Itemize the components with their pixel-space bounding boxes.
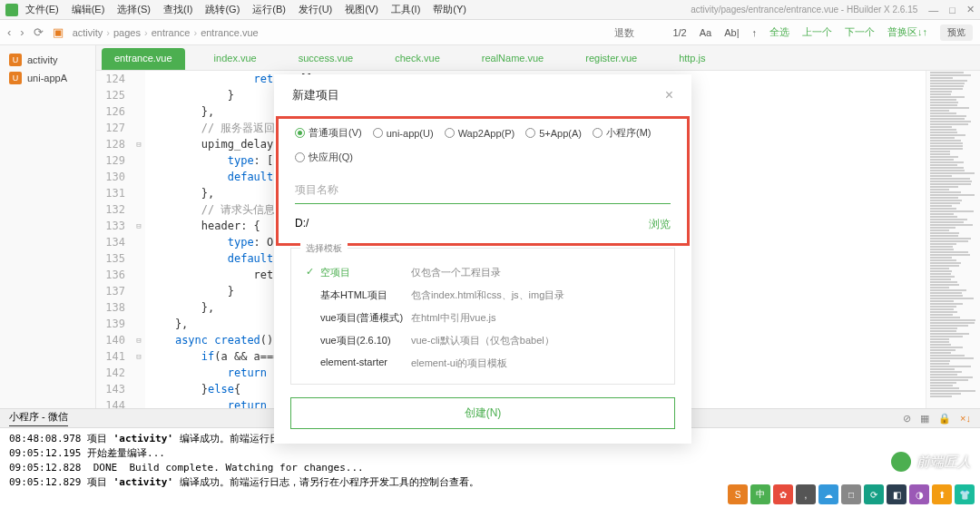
word-toggle[interactable]: Ab| <box>724 27 739 38</box>
sidebar-item-activity[interactable]: Uactivity <box>0 51 95 69</box>
fold-gutter[interactable]: ⊟⊟⊟⊟⊟ <box>132 71 145 408</box>
toolbar: ‹ › ⟳ ▣ activity › pages › entrance › en… <box>0 20 980 45</box>
radio-uniapp[interactable]: uni-app(U) <box>373 126 434 140</box>
replace-area[interactable]: 普换区↓↑ <box>887 25 927 39</box>
status-icon[interactable]: ☁ <box>818 484 838 504</box>
tab-realname[interactable]: realName.vue <box>469 48 556 70</box>
status-icon[interactable]: □ <box>841 484 861 504</box>
watermark: 前端匠人 <box>891 452 971 472</box>
tab-bar: entrance.vue index.vue success.vue check… <box>96 45 980 71</box>
status-icon[interactable]: 中 <box>750 484 770 504</box>
project-name-input[interactable]: 项目名称 <box>295 177 671 204</box>
minimap[interactable] <box>926 71 980 408</box>
prev[interactable]: 上一个 <box>802 25 832 39</box>
next[interactable]: 下一个 <box>845 25 875 39</box>
tab-entrance[interactable]: entrance.vue <box>102 48 185 70</box>
lock-icon[interactable]: 🔒 <box>938 413 951 425</box>
counter: 1/2 <box>672 27 686 38</box>
stop-icon[interactable]: ⊘ <box>903 413 911 425</box>
status-icon[interactable]: ◑ <box>909 484 929 504</box>
template-empty[interactable]: 空项目仅包含一个工程目录 <box>304 261 662 284</box>
status-bar: S中✿,☁□⟳◧◑⬆👕 <box>728 481 980 508</box>
menu-run[interactable]: 运行(B) <box>252 3 286 16</box>
menu-help[interactable]: 帮助(Y) <box>433 3 466 16</box>
menu-select[interactable]: 选择(S) <box>117 3 151 16</box>
radio-normal[interactable]: 普通项目(V) <box>295 126 362 140</box>
template-section: 选择模板 空项目仅包含一个工程目录 基本HTML项目包含index.html和c… <box>290 248 675 385</box>
new-project-dialog: 新建项目 × 普通项目(V) uni-app(U) Wap2App(P) 5+A… <box>274 74 691 444</box>
menu-file[interactable]: 文件(E) <box>25 3 59 16</box>
crumb-1[interactable]: pages <box>113 27 141 38</box>
folder-icon: ▣ <box>53 25 64 39</box>
radio-wap2app[interactable]: Wap2App(P) <box>445 126 515 140</box>
folder-icon: U <box>9 72 22 84</box>
highlighted-box: 普通项目(V) uni-app(U) Wap2App(P) 5+App(A) 小… <box>276 116 690 246</box>
status-icon[interactable]: ⟳ <box>864 484 884 504</box>
select-all[interactable]: 全选 <box>769 25 789 39</box>
dialog-close-icon[interactable]: × <box>665 87 673 103</box>
console-title[interactable]: 小程序 - 微信 <box>9 410 68 426</box>
radio-5app[interactable]: 5+App(A) <box>525 126 582 140</box>
status-icon[interactable]: ⬆ <box>932 484 952 504</box>
radio-quickapp[interactable]: 快应用(Q) <box>295 151 353 164</box>
maximize-icon[interactable]: □ <box>949 5 956 15</box>
tab-index[interactable]: index.vue <box>201 48 270 70</box>
watermark-icon <box>891 452 911 472</box>
menu-bar: 文件(E) 编辑(E) 选择(S) 查找(I) 跳转(G) 运行(B) 发行(U… <box>0 0 980 20</box>
folder-icon: U <box>9 54 22 66</box>
dialog-title: 新建项目 <box>292 87 339 103</box>
tab-success[interactable]: success.vue <box>286 48 367 70</box>
create-button[interactable]: 创建(N) <box>290 397 675 429</box>
case-toggle[interactable]: Aa <box>700 27 711 38</box>
minimize-icon[interactable]: — <box>928 5 938 15</box>
crumb-3[interactable]: entrance.vue <box>201 27 259 38</box>
line-gutter: 1241251261271281291301311321331341351361… <box>96 71 132 408</box>
refresh-icon[interactable]: ⟳ <box>34 25 44 39</box>
sidebar-item-uniapp[interactable]: Uuni-appA <box>0 69 95 87</box>
crumb-2[interactable]: entrance <box>152 27 191 38</box>
project-path[interactable]: D:/ <box>295 217 309 232</box>
template-element[interactable]: element-starterelement-ui的项目模板 <box>304 352 662 375</box>
crumb-0[interactable]: activity <box>73 27 103 38</box>
menu-view[interactable]: 视图(V) <box>345 3 378 16</box>
status-icon[interactable]: S <box>728 484 748 504</box>
menu-edit[interactable]: 编辑(E) <box>72 3 105 16</box>
status-icon[interactable]: , <box>796 484 816 504</box>
tab-check[interactable]: check.vue <box>382 48 453 70</box>
menu-find[interactable]: 查找(I) <box>163 3 192 16</box>
window-title: activity/pages/entrance/entrance.vue - H… <box>691 5 917 15</box>
menu-publish[interactable]: 发行(U) <box>299 3 332 16</box>
back-icon[interactable]: ‹ <box>7 25 11 39</box>
project-type-radios: 普通项目(V) uni-app(U) Wap2App(P) 5+App(A) 小… <box>295 126 671 164</box>
radio-miniprogram[interactable]: 小程序(M) <box>593 126 652 140</box>
close-icon[interactable]: ✕ <box>966 4 975 15</box>
template-legend: 选择模板 <box>300 242 348 255</box>
status-icon[interactable]: ✿ <box>773 484 793 504</box>
clear-icon[interactable]: ▦ <box>920 413 929 425</box>
status-icon[interactable]: 👕 <box>955 484 975 504</box>
browse-button[interactable]: 浏览 <box>649 217 671 232</box>
status-icon[interactable]: ◧ <box>887 484 906 504</box>
close-console-icon[interactable]: ×↓ <box>960 413 971 424</box>
template-vue-2610[interactable]: vue项目(2.6.10)vue-cli默认项目（仅包含babel） <box>304 329 662 352</box>
menu-goto[interactable]: 跳转(G) <box>205 3 240 16</box>
back-alt-input[interactable] <box>614 27 660 38</box>
preview-button[interactable]: 预览 <box>940 24 973 41</box>
regex-toggle[interactable]: ↑ <box>752 27 758 38</box>
forward-icon[interactable]: › <box>20 25 24 39</box>
tab-http[interactable]: http.js <box>666 48 718 70</box>
template-basic-html[interactable]: 基本HTML项目包含index.html和css、js、img目录 <box>304 284 662 307</box>
app-icon <box>5 4 18 16</box>
sidebar: Uactivity Uuni-appA <box>0 45 96 408</box>
menu-tools[interactable]: 工具(I) <box>391 3 420 16</box>
tab-register[interactable]: register.vue <box>573 48 650 70</box>
template-vue-normal[interactable]: vue项目(普通模式)在html中引用vue.js <box>304 307 662 329</box>
